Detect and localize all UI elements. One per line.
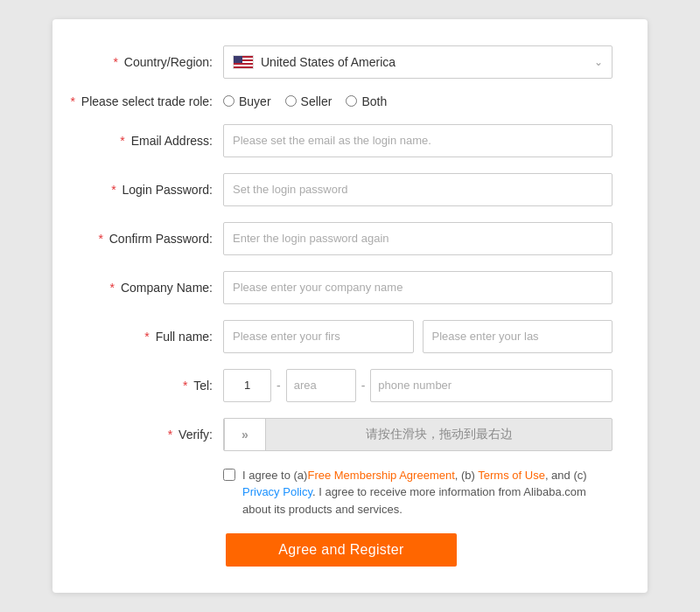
email-label: * Email Address: <box>70 134 223 148</box>
registration-form: * Country/Region: United States of Ameri… <box>52 19 648 594</box>
verify-row: * Verify: » 请按住滑块，拖动到最右边 <box>70 418 612 451</box>
agreement-text: I agree to (a)Free Membership Agreement,… <box>242 467 612 518</box>
confirm-password-row: * Confirm Password: <box>70 222 612 255</box>
tel-country-code-input[interactable] <box>223 369 271 402</box>
password-row: * Login Password: <box>70 173 612 206</box>
terms-of-use-link[interactable]: Terms of Use <box>478 469 545 482</box>
required-star-2: * <box>70 94 74 108</box>
required-star-9: * <box>168 428 172 442</box>
company-name-input[interactable] <box>223 271 612 304</box>
trade-role-group: Buyer Seller Both <box>223 94 387 108</box>
chevron-down-icon: ⌄ <box>594 56 603 68</box>
full-name-label: * Full name: <box>70 330 223 344</box>
password-label: * Login Password: <box>70 183 223 197</box>
country-label: * Country/Region: <box>70 55 223 69</box>
confirm-password-label: * Confirm Password: <box>70 232 223 246</box>
tel-group: - - <box>223 369 612 402</box>
tel-separator-1: - <box>271 379 286 393</box>
tel-phone-input[interactable] <box>370 369 612 402</box>
radio-both[interactable]: Both <box>346 94 387 108</box>
verify-slider[interactable]: » 请按住滑块，拖动到最右边 <box>223 418 612 451</box>
verify-handle[interactable]: » <box>224 418 266 451</box>
country-row: * Country/Region: United States of Ameri… <box>70 45 612 79</box>
required-star-5: * <box>98 232 102 246</box>
fullname-group <box>223 320 612 353</box>
privacy-policy-link[interactable]: Privacy Policy <box>242 485 312 498</box>
verify-arrows: » <box>242 428 248 442</box>
radio-buyer[interactable]: Buyer <box>223 94 271 108</box>
password-input[interactable] <box>223 173 612 206</box>
register-button[interactable]: Agree and Register <box>226 533 456 567</box>
country-select-inner: United States of America <box>233 55 396 69</box>
agreement-checkbox[interactable] <box>223 469 235 481</box>
tel-row: * Tel: - - <box>70 369 612 402</box>
country-select[interactable]: United States of America ⌄ <box>223 45 612 79</box>
required-star-3: * <box>120 134 124 148</box>
radio-seller-label: Seller <box>301 94 332 108</box>
required-star-4: * <box>111 183 116 197</box>
verify-label: * Verify: <box>70 428 223 442</box>
first-name-input[interactable] <box>223 320 414 353</box>
radio-both-input[interactable] <box>346 95 357 107</box>
last-name-input[interactable] <box>423 320 613 353</box>
tel-label: * Tel: <box>70 379 223 393</box>
agreement-row: I agree to (a)Free Membership Agreement,… <box>223 467 612 518</box>
full-name-row: * Full name: <box>70 320 612 353</box>
required-star-7: * <box>144 330 149 344</box>
country-name: United States of America <box>261 55 396 69</box>
company-name-label: * Company Name: <box>70 281 223 295</box>
required-star-8: * <box>183 379 187 393</box>
radio-buyer-input[interactable] <box>223 95 234 107</box>
radio-buyer-label: Buyer <box>239 94 271 108</box>
tel-separator-2: - <box>356 379 371 393</box>
required-star: * <box>113 55 117 69</box>
tel-area-input[interactable] <box>286 369 356 402</box>
register-row: Agree and Register <box>70 533 612 567</box>
verify-hint-text: 请按住滑块，拖动到最右边 <box>266 427 612 442</box>
email-input[interactable] <box>223 124 612 157</box>
email-row: * Email Address: <box>70 124 612 157</box>
membership-agreement-link[interactable]: Free Membership Agreement <box>307 469 454 482</box>
trade-role-label: * Please select trade role: <box>70 94 223 108</box>
radio-seller-input[interactable] <box>285 95 297 107</box>
trade-role-row: * Please select trade role: Buyer Seller… <box>70 94 612 108</box>
required-star-6: * <box>110 281 115 295</box>
radio-seller[interactable]: Seller <box>285 94 332 108</box>
us-flag-icon <box>233 55 254 69</box>
confirm-password-input[interactable] <box>223 222 612 255</box>
radio-both-label: Both <box>361 94 387 108</box>
company-name-row: * Company Name: <box>70 271 612 304</box>
